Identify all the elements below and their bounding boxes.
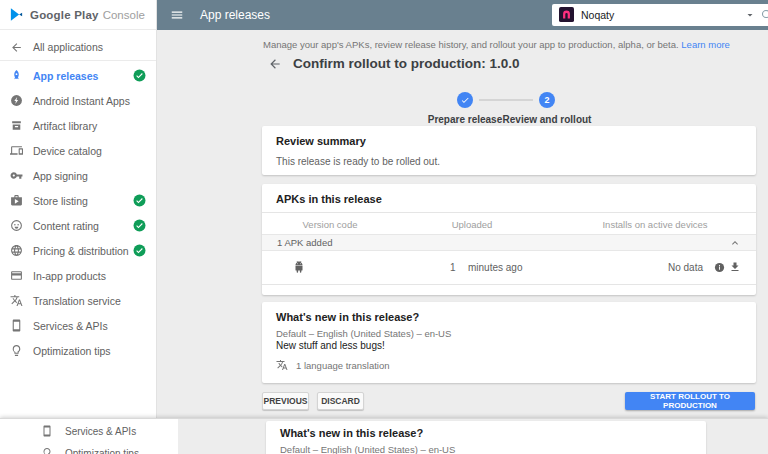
- translate-icon: [276, 359, 288, 371]
- store-icon: [10, 194, 23, 207]
- sidebar-item-label: Android Instant Apps: [33, 95, 130, 107]
- uploaded-value: 1: [450, 262, 456, 273]
- info-icon[interactable]: [714, 262, 725, 273]
- sidebar-item-label: Pricing & distribution: [33, 245, 129, 257]
- phone-icon: [41, 425, 53, 437]
- sidebar-item-label: All applications: [33, 41, 103, 53]
- divider: [262, 284, 756, 285]
- devices-icon: [10, 144, 23, 157]
- fragment-sidebar-item-optimization-tips[interactable]: Optimization tips: [41, 444, 139, 454]
- rating-icon: [10, 219, 23, 232]
- sidebar-item-label: Translation service: [33, 295, 121, 307]
- fragment-whats-new-locale: Default – English (United States) – en-U…: [280, 444, 455, 454]
- step-2-label: Review and rollout: [497, 114, 597, 125]
- sidebar-item-label: Device catalog: [33, 145, 102, 157]
- sidebar-item-translation-service[interactable]: Translation service: [0, 288, 156, 313]
- translate-icon: [10, 294, 23, 307]
- brand-suffix: Console: [103, 9, 145, 21]
- sidebar-item-label: Optimization tips: [33, 345, 111, 357]
- sidebar-item-android-instant-apps[interactable]: Android Instant Apps: [0, 88, 156, 113]
- discard-button[interactable]: DISCARD: [317, 392, 364, 410]
- sidebar-item-content-rating[interactable]: Content rating: [0, 213, 156, 238]
- sidebar-item-label: Store listing: [33, 195, 88, 207]
- whats-new-notes: New stuff and less bugs!: [276, 340, 385, 351]
- fragment-sidebar-item-services-apis[interactable]: Services & APIs: [41, 422, 136, 440]
- check-icon: [460, 95, 470, 105]
- sidebar-item-store-listing[interactable]: Store listing: [0, 188, 156, 213]
- sidebar-item-device-catalog[interactable]: Device catalog: [0, 138, 156, 163]
- sidebar-item-artifact-library[interactable]: Artifact library: [0, 113, 156, 138]
- start-rollout-button[interactable]: START ROLLOUT TO PRODUCTION: [625, 392, 755, 410]
- review-summary-card: Review summary This release is ready to …: [262, 126, 756, 175]
- rocket-icon: [10, 69, 23, 82]
- search-icon[interactable]: [761, 9, 768, 21]
- collapse-icon[interactable]: [729, 237, 741, 249]
- bulb-icon: [41, 447, 53, 454]
- apk-group-row[interactable]: 1 APK added: [262, 234, 756, 251]
- step-2-review-and-rollout[interactable]: 2: [539, 92, 555, 108]
- topbar-title: App releases: [200, 8, 270, 22]
- sidebar-nav: All applicationsApp releasesAndroid Inst…: [0, 30, 156, 363]
- back-icon[interactable]: [268, 57, 282, 71]
- sidebar-item-label: Services & APIs: [65, 426, 136, 437]
- fragment-whats-new-card: What's new in this release? Default – En…: [266, 421, 706, 454]
- key-icon: [10, 169, 23, 182]
- previous-button[interactable]: PREVIOUS: [262, 392, 309, 410]
- sidebar-item-app-signing[interactable]: App signing: [0, 163, 156, 188]
- check-badge-icon: [133, 194, 146, 207]
- sidebar-item-services-apis[interactable]: Services & APIs: [0, 313, 156, 338]
- menu-icon[interactable]: [170, 8, 184, 22]
- sidebar-item-label: App releases: [33, 70, 98, 82]
- apks-card: APKs in this release Version code Upload…: [262, 184, 756, 295]
- installs-value: No data: [668, 262, 703, 273]
- topbar: App releases Noqaty: [157, 0, 768, 30]
- download-icon[interactable]: [729, 261, 741, 273]
- sidebar-item-label: Content rating: [33, 220, 99, 232]
- chevron-down-icon: [744, 9, 756, 21]
- info-bar: Manage your app's APKs, review release h…: [263, 39, 730, 50]
- app-selector-value: Noqaty: [581, 9, 614, 21]
- noqaty-app-icon: [559, 7, 574, 22]
- sidebar-item-label: Services & APIs: [33, 320, 108, 332]
- column-installs: Installs on active devices: [585, 219, 725, 230]
- apk-row: 1 minutes ago No data: [262, 251, 756, 284]
- bulb-icon: [10, 344, 23, 357]
- step-connector: [479, 99, 533, 101]
- google-play-logo-icon: [9, 7, 24, 22]
- sidebar-item-in-app-products[interactable]: In-app products: [0, 263, 156, 288]
- fragment-sidebar: Services & APIsOptimization tips: [0, 419, 178, 454]
- learn-more-link[interactable]: Learn more: [681, 39, 730, 50]
- page-title: Confirm rollout to production: 1.0.0: [293, 56, 520, 71]
- review-summary-title: Review summary: [276, 135, 366, 147]
- sidebar-item-label: In-app products: [33, 270, 106, 282]
- app-selector[interactable]: Noqaty: [552, 4, 768, 26]
- sidebar-item-label: App signing: [33, 170, 88, 182]
- whats-new-locale: Default – English (United States) – en-U…: [276, 328, 451, 339]
- products-icon: [10, 269, 23, 282]
- apk-group-label: 1 APK added: [277, 237, 332, 248]
- column-uploaded: Uploaded: [422, 219, 522, 230]
- info-text: Manage your app's APKs, review release h…: [263, 39, 679, 50]
- check-badge-icon: [133, 219, 146, 232]
- sidebar-item-app-releases[interactable]: App releases: [0, 63, 156, 88]
- android-icon: [292, 260, 306, 274]
- google-play-console-logo[interactable]: Google Play Console: [0, 0, 156, 30]
- instant-icon: [10, 94, 23, 107]
- review-summary-body: This release is ready to be rolled out.: [276, 156, 440, 167]
- brand-name: Google Play: [30, 9, 99, 21]
- apks-title: APKs in this release: [276, 193, 382, 205]
- sidebar: Google Play Console All applicationsApp …: [0, 0, 157, 418]
- sidebar-item-pricing-distribution[interactable]: Pricing & distribution: [0, 238, 156, 263]
- sidebar-item-label: Artifact library: [33, 120, 97, 132]
- globe-icon: [10, 244, 23, 257]
- whats-new-title: What's new in this release?: [276, 311, 419, 323]
- check-badge-icon: [133, 69, 146, 82]
- sidebar-item-all-applications[interactable]: All applications: [0, 34, 156, 61]
- column-version-code: Version code: [280, 219, 380, 230]
- step-1-prepare-release[interactable]: [457, 92, 473, 108]
- page-head: Confirm rollout to production: 1.0.0: [268, 56, 520, 71]
- library-icon: [10, 119, 23, 132]
- sidebar-item-optimization-tips[interactable]: Optimization tips: [0, 338, 156, 363]
- arrow-left-icon: [10, 41, 23, 54]
- divider: [262, 212, 756, 213]
